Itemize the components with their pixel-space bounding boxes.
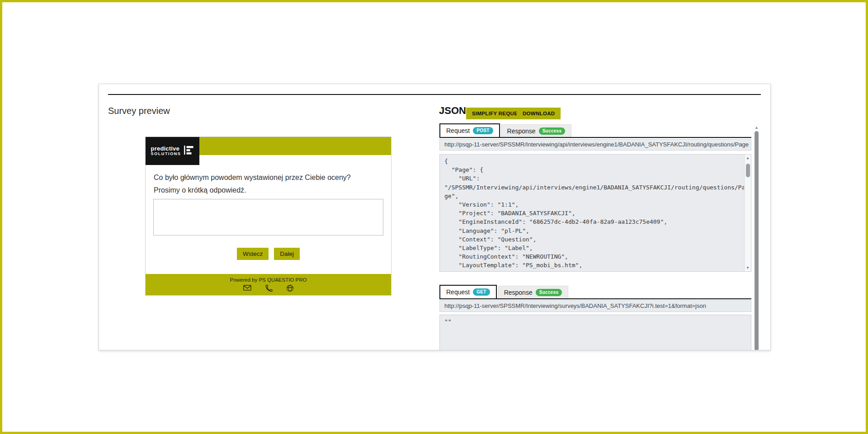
logo-brand-line2: SOLUTIONS: [151, 152, 181, 156]
main-panel: Survey preview predictive SOLUTIONS Co b…: [99, 84, 771, 350]
tab-label: Response: [504, 289, 533, 296]
status-badge: Success: [539, 127, 566, 135]
logo: predictive SOLUTIONS: [146, 137, 199, 165]
survey-card: predictive SOLUTIONS Co było głównym pow…: [145, 137, 392, 296]
scrollbar-thumb[interactable]: [755, 131, 759, 350]
method-badge: GET: [473, 288, 490, 296]
viewer2-json-body: "": [439, 315, 751, 350]
survey-nav-buttons: Wstecz Dalej: [146, 248, 391, 260]
viewer2-tab-response[interactable]: Response Success: [498, 286, 569, 298]
page-title: Survey preview: [108, 106, 170, 116]
viewer2-request-url: http://psqp-11-server/SPSSMR/Interviewin…: [439, 300, 751, 312]
viewer2-tab-request[interactable]: Request GET: [439, 285, 497, 298]
mail-icon[interactable]: [243, 284, 251, 292]
globe-icon[interactable]: [286, 284, 294, 292]
viewer1-tabs: Request POST Response Success: [439, 124, 751, 138]
method-badge: POST: [473, 127, 493, 134]
back-button[interactable]: Wstecz: [237, 248, 269, 260]
json-panel-title: JSON: [439, 105, 466, 117]
json-code: { "Page": { "URL": "/SPSSMR/Interviewing…: [440, 155, 751, 272]
logo-brand-line1: predictive: [151, 146, 181, 152]
phone-icon[interactable]: [265, 284, 273, 292]
question-line-1: Co było głównym powodem wystawionej prze…: [154, 171, 380, 184]
bar-chart-icon: [184, 145, 194, 157]
question-line-2: Prosimy o krótką odpowiedź.: [154, 184, 380, 197]
scrollbar-thumb[interactable]: [746, 164, 750, 177]
tab-label: Request: [446, 127, 470, 134]
top-divider: [108, 94, 761, 95]
json-code: "": [440, 315, 751, 328]
tab-label: Request: [446, 288, 470, 296]
powered-by-text: Powered by PS QUAESTIO PRO: [146, 274, 391, 283]
download-button[interactable]: DOWNLOAD: [517, 108, 561, 119]
survey-footer: Powered by PS QUAESTIO PRO: [146, 274, 391, 295]
viewer1-tab-request[interactable]: Request POST: [439, 123, 500, 137]
app-root: { "titles": { "survey_preview": "Survey …: [0, 0, 868, 434]
scroll-up-icon[interactable]: ▲: [754, 125, 760, 130]
next-button[interactable]: Dalej: [274, 248, 300, 260]
survey-question: Co było głównym powodem wystawionej prze…: [154, 171, 380, 197]
code-scrollbar[interactable]: ▲ ▼: [744, 155, 751, 271]
tab-label: Response: [507, 127, 536, 135]
viewer2-tabs: Request GET Response Success: [439, 286, 751, 299]
scroll-up-icon[interactable]: ▲: [745, 156, 751, 160]
viewer1-tab-response[interactable]: Response Success: [501, 124, 572, 137]
panel-scrollbar[interactable]: ▲: [754, 124, 760, 350]
viewer1-json-body: { "Page": { "URL": "/SPSSMR/Interviewing…: [439, 154, 751, 272]
answer-textarea[interactable]: [153, 199, 383, 236]
viewer1-request-url: http://psqp-11-server/SPSSMR/Interviewin…: [439, 139, 751, 151]
scroll-down-icon[interactable]: ▼: [745, 266, 751, 270]
status-badge: Success: [536, 289, 562, 296]
